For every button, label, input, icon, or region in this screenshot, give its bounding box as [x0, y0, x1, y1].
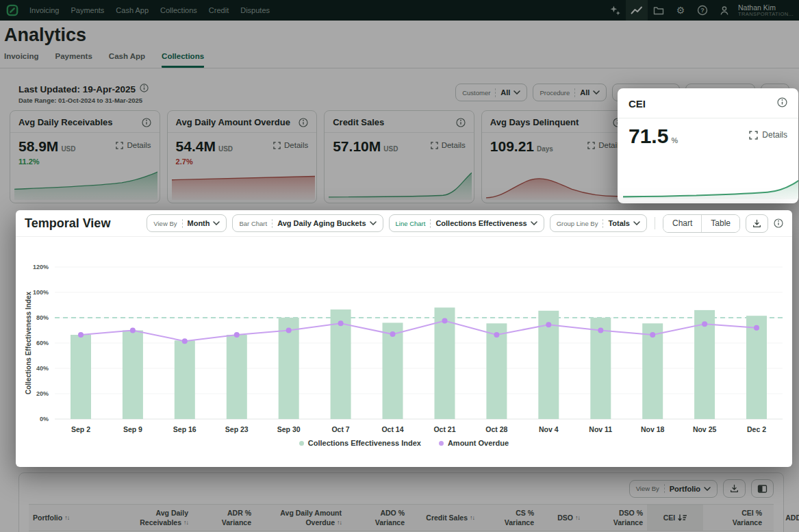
svg-text:Sep 9: Sep 9 — [123, 425, 142, 433]
svg-text:Oct 21: Oct 21 — [433, 425, 455, 433]
svg-text:120%: 120% — [33, 264, 49, 270]
temporal-view-header: Temporal View View ByMonth Bar ChartAvg … — [16, 210, 792, 237]
info-icon[interactable] — [774, 218, 783, 228]
chevron-down-icon — [370, 221, 377, 225]
svg-text:Sep 30: Sep 30 — [277, 425, 301, 433]
chevron-down-icon — [213, 221, 220, 225]
svg-text:100%: 100% — [33, 289, 49, 296]
svg-text:Sep 16: Sep 16 — [173, 425, 196, 433]
svg-text:60%: 60% — [36, 340, 49, 346]
cei-value: 71.5 — [629, 125, 668, 147]
chevron-down-icon — [531, 221, 537, 225]
svg-text:Dec 2: Dec 2 — [747, 425, 766, 433]
table-toggle-button[interactable]: Table — [701, 215, 739, 232]
temporal-chart: 0%20%40%60%80%100%120%Sep 2Sep 9Sep 16Se… — [23, 242, 785, 442]
svg-text:0%: 0% — [40, 416, 49, 422]
chart-table-toggle: ChartTable — [663, 214, 740, 233]
legend-item-collections-effectiveness-index[interactable]: Collections Effectiveness Index — [299, 439, 421, 447]
divider — [655, 217, 655, 229]
chart-legend: Collections Effectiveness IndexAmount Ov… — [16, 439, 792, 447]
svg-text:Nov 25: Nov 25 — [693, 425, 717, 433]
expand-icon — [749, 131, 758, 140]
svg-text:Sep 2: Sep 2 — [71, 425, 90, 433]
line-chart-metric-dropdown[interactable]: Line ChartCollections Effectiveness — [389, 214, 544, 232]
svg-text:Oct 14: Oct 14 — [381, 425, 403, 433]
view-by-dropdown[interactable]: View ByMonth — [147, 214, 227, 232]
svg-text:80%: 80% — [36, 314, 49, 321]
svg-text:40%: 40% — [36, 365, 49, 372]
svg-text:Nov 4: Nov 4 — [539, 425, 559, 433]
download-button[interactable] — [746, 214, 768, 233]
download-icon — [752, 219, 761, 228]
chart-toggle-button[interactable]: Chart — [663, 215, 701, 232]
legend-dot — [439, 441, 444, 446]
legend-dot — [299, 441, 304, 446]
svg-text:Nov 18: Nov 18 — [641, 425, 665, 433]
temporal-view-panel: Temporal View View ByMonth Bar ChartAvg … — [16, 210, 792, 467]
temporal-view-title: Temporal View — [25, 216, 110, 231]
svg-text:Sep 23: Sep 23 — [225, 425, 249, 433]
group-line-by-dropdown[interactable]: Group Line ByTotals — [550, 214, 647, 232]
svg-text:20%: 20% — [36, 390, 49, 397]
info-icon[interactable] — [777, 97, 787, 110]
cei-details-button[interactable]: Details — [749, 130, 787, 140]
cei-card-title: CEI — [629, 98, 646, 110]
svg-text:Nov 11: Nov 11 — [589, 425, 612, 433]
chevron-down-icon — [633, 221, 640, 225]
bar-chart-metric-dropdown[interactable]: Bar ChartAvg Daily Aging Buckets — [232, 214, 383, 232]
svg-text:Collections Effectiveness Inde: Collections Effectiveness Index — [25, 292, 32, 394]
app-window: InvoicingPaymentsCash AppCollectionsCred… — [0, 0, 799, 532]
cei-unit: % — [671, 136, 678, 144]
temporal-info-icon[interactable] — [774, 218, 783, 228]
svg-text:Oct 28: Oct 28 — [485, 425, 507, 433]
legend-item-amount-overdue[interactable]: Amount Overdue — [439, 439, 509, 447]
cei-kpi-card[interactable]: CEI 71.5% Details — [618, 88, 798, 203]
svg-text:Oct 7: Oct 7 — [331, 425, 349, 433]
cei-sparkline — [623, 155, 798, 199]
